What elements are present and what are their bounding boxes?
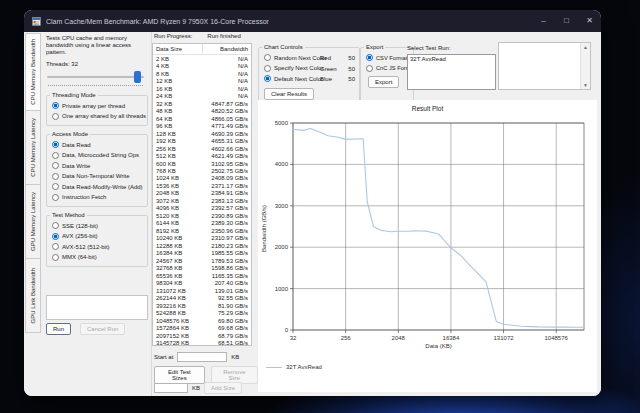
group-title: Export <box>364 44 385 50</box>
tab-cpu-memory-latency[interactable]: CPU Memory Latency <box>25 111 41 185</box>
radio-avx-512-512-bit-[interactable]: AVX-512 (512-bit) <box>52 243 147 250</box>
table-row[interactable]: 393216 KB81.90 GB/s <box>153 302 251 309</box>
radio-icon <box>52 233 59 240</box>
cell-data-size: 1048576 KB <box>153 318 203 324</box>
radio-specify-next-color[interactable]: Specify Next Color <box>264 65 320 72</box>
table-row[interactable]: 96 KB4771.49 GB/s <box>153 122 251 129</box>
table-row[interactable]: 768 KB2502.75 GB/s <box>153 167 251 174</box>
run-button[interactable]: Run <box>46 323 71 335</box>
table-row[interactable]: 4 KBN/A <box>153 62 251 69</box>
start-at-label: Start at <box>154 354 173 360</box>
tab-gpu-memory-latency[interactable]: GPU Memory Latency <box>25 185 41 259</box>
threads-slider[interactable] <box>46 70 148 87</box>
column-header-data-size[interactable]: Data Size <box>153 44 203 54</box>
table-row[interactable]: 64 KB4866.05 GB/s <box>153 115 251 122</box>
radio-data-read-modify-write-add-[interactable]: Data Read-Modify-Write (Add) <box>52 183 147 190</box>
radio-icon <box>52 243 59 250</box>
table-row[interactable]: 1572864 KB69.68 GB/s <box>153 324 251 331</box>
close-button[interactable]: ✕ <box>578 10 601 32</box>
table-row[interactable]: 1536 KB2371.17 GB/s <box>153 182 251 189</box>
results-table[interactable]: Data Size Bandwidth 2 KBN/A4 KBN/A8 KBN/… <box>152 43 252 346</box>
vertical-scrollbar[interactable]: ▲ ▼ <box>580 43 590 89</box>
radio-mmx-64-bit-[interactable]: MMX (64-bit) <box>52 254 147 261</box>
title-bar[interactable]: Clam Cache/Mem Benchmark: AMD Ryzen 9 79… <box>24 10 601 32</box>
table-row[interactable]: 512 KB4621.49 GB/s <box>153 152 251 159</box>
table-row[interactable]: 192 KB4655.31 GB/s <box>153 137 251 144</box>
table-row[interactable]: 1024 KB2408.09 GB/s <box>153 175 251 182</box>
export-button[interactable]: Export <box>368 76 399 88</box>
svg-text:131072: 131072 <box>494 335 515 341</box>
radio-data-non-temporal-write[interactable]: Data Non-Temporal Write <box>52 173 147 180</box>
add-size-button[interactable]: Add Size <box>204 382 242 394</box>
cell-data-size: 1024 KB <box>153 175 203 181</box>
column-header-bandwidth[interactable]: Bandwidth <box>203 46 251 52</box>
table-row[interactable]: 48 KB4820.52 GB/s <box>153 107 251 114</box>
table-row[interactable]: 24 KBN/A <box>153 92 251 99</box>
table-row[interactable]: 128 KB4690.39 GB/s <box>153 130 251 137</box>
table-row[interactable]: 256 KB4602.66 GB/s <box>153 145 251 152</box>
radio-sse-128-bit-[interactable]: SSE (128-bit) <box>52 222 147 229</box>
scroll-up-icon[interactable]: ▲ <box>583 43 588 51</box>
cell-data-size: 12288 KB <box>153 243 203 249</box>
table-row[interactable]: 131072 KB139.01 GB/s <box>153 287 251 294</box>
table-row[interactable]: 32 KB4847.87 GB/s <box>153 100 251 107</box>
color-value-field[interactable]: 50 <box>348 55 355 61</box>
table-row[interactable]: 16384 KB1985.55 GB/s <box>153 250 251 257</box>
test-run-listbox[interactable]: 32T AvxRead <box>407 54 496 90</box>
maximize-button[interactable]: □ <box>555 10 578 32</box>
svg-text:16384: 16384 <box>443 335 460 341</box>
table-row[interactable]: 16 KBN/A <box>153 85 251 92</box>
radio-random-next-color[interactable]: Random Next Color <box>264 54 320 61</box>
table-row[interactable]: 2097152 KB68.79 GB/s <box>153 332 251 339</box>
table-row[interactable]: 6144 KB2389.30 GB/s <box>153 220 251 227</box>
tab-gpu-link-bandwidth[interactable]: GPU Link Bandwidth <box>25 259 41 333</box>
table-row[interactable]: 8 KBN/A <box>153 70 251 77</box>
radio-data-microcoded-string-ops[interactable]: Data, Microcoded String Ops <box>52 152 147 159</box>
table-row[interactable]: 12 KBN/A <box>153 77 251 84</box>
table-row[interactable]: 600 KB3102.95 GB/s <box>153 160 251 167</box>
table-row[interactable]: 98304 KB207.40 GB/s <box>153 280 251 287</box>
tab-label: CPU Memory Bandwidth <box>30 39 36 105</box>
start-at-input[interactable] <box>177 352 227 362</box>
table-row[interactable]: 12288 KB2180.23 GB/s <box>153 242 251 249</box>
table-row[interactable]: 32768 KB1598.86 GB/s <box>153 265 251 272</box>
table-row[interactable]: 3072 KB2383.13 GB/s <box>153 197 251 204</box>
radio-private-array-per-thread[interactable]: Private array per thread <box>52 102 147 109</box>
radio-csv-format[interactable]: CSV Format <box>366 54 413 61</box>
radio-one-array-shared-by-all-threads[interactable]: One array shared by all threads <box>52 113 147 120</box>
table-row[interactable]: 4096 KB2392.57 GB/s <box>153 205 251 212</box>
color-value-field[interactable]: 50 <box>348 76 355 82</box>
radio-default-next-color[interactable]: Default Next Color <box>264 75 320 82</box>
table-row[interactable]: 2 KBN/A <box>153 55 251 62</box>
table-row[interactable]: 5120 KB2390.89 GB/s <box>153 212 251 219</box>
table-row[interactable]: 3145728 KB68.51 GB/s <box>153 339 251 346</box>
table-row[interactable]: 10240 KB2310.97 GB/s <box>153 235 251 242</box>
add-size-input[interactable] <box>154 383 188 393</box>
radio-avx-256-bit-[interactable]: AVX (256-bit) <box>52 233 147 240</box>
table-row[interactable]: 24567 KB1789.53 GB/s <box>153 257 251 264</box>
table-row[interactable]: 1048576 KB69.80 GB/s <box>153 317 251 324</box>
clear-results-button[interactable]: Clear Results <box>264 88 314 100</box>
slider-thumb[interactable] <box>134 71 141 83</box>
list-item[interactable]: 32T AvxRead <box>408 55 495 63</box>
cancel-run-button[interactable]: Cancel Run <box>80 323 125 335</box>
scroll-down-icon[interactable]: ▼ <box>583 81 588 89</box>
radio-icon <box>52 102 59 109</box>
radio-data-read[interactable]: Data Read <box>52 141 147 148</box>
table-row[interactable]: 8192 KB2350.96 GB/s <box>153 227 251 234</box>
radio-label: Random Next Color <box>274 55 327 61</box>
detail-listbox[interactable]: ▲ ▼ <box>498 42 591 90</box>
radio-cnc-js-format[interactable]: CnC JS Format <box>366 65 413 72</box>
table-row[interactable]: 65536 KB1165.35 GB/s <box>153 272 251 279</box>
table-row[interactable]: 2048 KB2384.91 GB/s <box>153 190 251 197</box>
status-textbox[interactable] <box>46 295 148 320</box>
color-value-field[interactable]: 50 <box>348 66 355 72</box>
table-row[interactable]: 524288 KB75.29 GB/s <box>153 309 251 316</box>
minimize-button[interactable]: – <box>532 10 555 32</box>
tab-cpu-memory-bandwidth[interactable]: CPU Memory Bandwidth <box>25 33 41 111</box>
radio-data-write[interactable]: Data Write <box>52 162 147 169</box>
table-row[interactable]: 262144 KB92.55 GB/s <box>153 295 251 302</box>
radio-instruction-fetch[interactable]: Instruction Fetch <box>52 194 147 201</box>
test-description: Tests CPU cache and memory bandwidth usi… <box>46 35 148 56</box>
run-button-row: Run Cancel Run <box>46 323 125 335</box>
